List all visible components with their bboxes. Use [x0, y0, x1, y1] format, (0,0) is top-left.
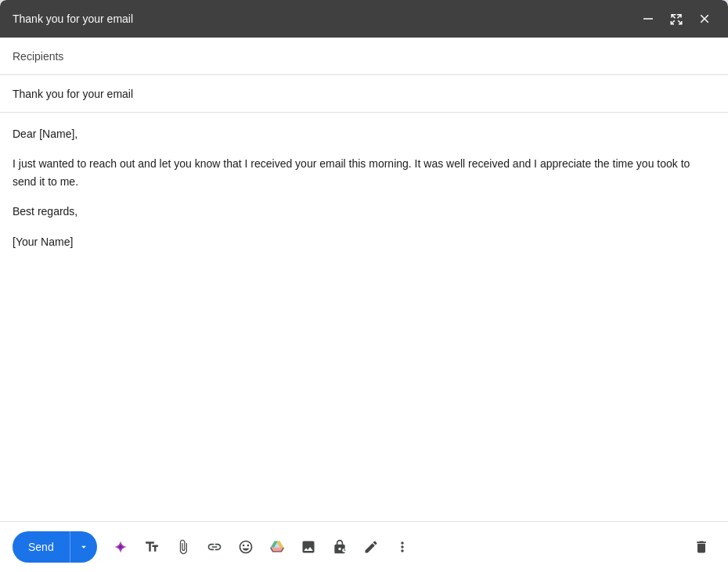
- insert-link-button[interactable]: [200, 533, 229, 561]
- attach-file-button[interactable]: [169, 533, 197, 561]
- signature-line: [Your Name]: [13, 233, 715, 250]
- compose-body[interactable]: Dear [Name], I just wanted to reach out …: [0, 113, 728, 521]
- compose-header: Thank you for your email: [0, 0, 728, 38]
- confidential-button[interactable]: [326, 533, 354, 561]
- compose-header-actions: [637, 8, 715, 30]
- emoji-button[interactable]: [232, 533, 260, 561]
- recipients-placeholder: Recipients: [13, 50, 63, 63]
- expand-button[interactable]: [665, 8, 687, 30]
- send-button[interactable]: Send: [13, 531, 70, 563]
- greeting-line: Dear [Name],: [13, 125, 715, 142]
- compose-window: Thank you for your email Recipients Than…: [0, 0, 728, 572]
- more-options-button[interactable]: [388, 533, 416, 561]
- insert-photo-button[interactable]: [294, 533, 323, 561]
- compose-toolbar: Send: [0, 521, 728, 572]
- send-button-group: Send: [13, 531, 97, 563]
- svg-rect-0: [643, 18, 653, 20]
- body-paragraph: I just wanted to reach out and let you k…: [13, 155, 715, 190]
- subject-value: Thank you for your email: [13, 88, 133, 100]
- close-button[interactable]: [694, 8, 715, 30]
- closing-line: Best regards,: [13, 203, 715, 220]
- compose-title: Thank you for your email: [13, 13, 133, 25]
- format-text-button[interactable]: [138, 533, 166, 561]
- subject-field[interactable]: Thank you for your email: [0, 75, 728, 113]
- recipients-field[interactable]: Recipients: [0, 38, 728, 75]
- drive-button[interactable]: [263, 533, 291, 561]
- send-dropdown-button[interactable]: [70, 531, 97, 563]
- delete-button[interactable]: [687, 533, 715, 561]
- minimize-button[interactable]: [637, 8, 659, 30]
- ai-assist-button[interactable]: [106, 533, 135, 561]
- signature-button[interactable]: [357, 533, 385, 561]
